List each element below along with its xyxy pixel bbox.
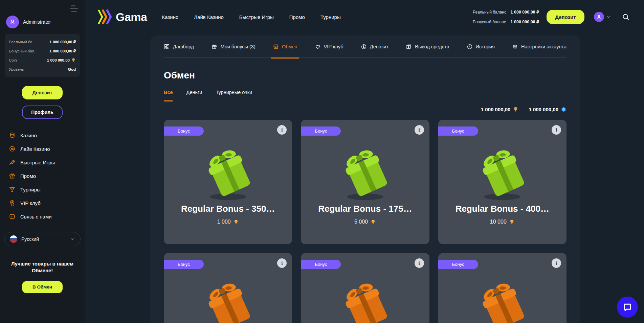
info-icon[interactable]: i [552, 258, 561, 268]
top-nav-tournaments[interactable]: Турниры [320, 14, 341, 20]
sidebar-item-label: VIP клуб [20, 200, 41, 206]
top-nav-fast-games[interactable]: Быстрые Игры [239, 14, 274, 20]
tab-account-settings[interactable]: Настройки аккаунта [512, 36, 567, 58]
gift-image [301, 137, 429, 202]
bonus-balance-label: Бонусный баланс [473, 20, 506, 24]
history-icon [467, 44, 473, 50]
russian-flag-icon [10, 235, 17, 243]
filter-money[interactable]: Деньги [186, 90, 202, 101]
bonus-badge: Бонус [164, 260, 204, 269]
wallet-coin-balance: 1 000 000,00 [481, 107, 519, 112]
bonus-card[interactable]: Бонус i Regular Bonus - 400… 10 000 [438, 120, 567, 244]
filter-all[interactable]: Все [164, 90, 173, 101]
real-balance-row: Реальный баланс 1 000 000,00 ₽ [473, 8, 539, 16]
bonus-card[interactable]: Бонус i [301, 253, 429, 323]
balance-label: Уровень [9, 67, 24, 71]
sidebar-item-live-casino[interactable]: Лайв Казино [0, 142, 85, 156]
balance-label: Coin [9, 58, 17, 62]
filter-tournament-points[interactable]: Турнирные очки [216, 90, 252, 101]
user-name: Administrator [23, 19, 51, 25]
balance-label: Реальный ба... [9, 40, 36, 44]
sidebar-item-label: Быстрые Игры [20, 160, 55, 165]
tab-history[interactable]: История [467, 36, 495, 58]
heart-icon [315, 44, 321, 50]
sidebar-deposit-button[interactable]: Депозит [22, 86, 63, 99]
brand-name: Gama [116, 10, 147, 24]
bonus-title: Regular Bonus - 350… [164, 204, 292, 214]
top-nav-casino[interactable]: Казино [162, 14, 179, 20]
bonus-badge: Бонус [301, 126, 341, 136]
gift-image [301, 271, 429, 323]
sidebar-item-contact[interactable]: Связь с нами [0, 210, 85, 223]
gift-image [438, 271, 567, 323]
info-icon[interactable]: i [277, 258, 287, 268]
bonus-card[interactable]: Бонус i Regular Bonus - 350… 1 000 [164, 120, 292, 244]
tab-label: Депозит [370, 44, 388, 49]
tab-exchange[interactable]: Обмен [273, 36, 297, 58]
balance-row-coin: Coin 1 000 000,00 [9, 55, 76, 65]
dashboard-icon [164, 44, 170, 50]
tab-deposit[interactable]: Депозит [361, 36, 388, 58]
shop-filters: Все Деньги Турнирные очки [164, 90, 567, 101]
coin-icon [361, 44, 367, 50]
tab-dashboard[interactable]: Дашборд [164, 36, 194, 58]
sidebar-nav: Казино Лайв Казино Быстрые Игры Промо [0, 129, 85, 223]
sidebar-item-casino[interactable]: Казино [0, 129, 85, 142]
main-area: Gama Казино Лайв Казино Быстрые Игры Про… [85, 0, 644, 323]
bonus-title: Regular Bonus - 400… [438, 204, 567, 214]
balance-divider [473, 17, 539, 17]
tab-label: Дашборд [173, 44, 194, 49]
bonus-card[interactable]: Бонус i [438, 253, 567, 323]
top-nav-live-casino[interactable]: Лайв Казино [194, 14, 224, 20]
wallet-row: 1 000 000,00 1 000 000,00 [164, 107, 567, 112]
to-shop-button[interactable]: В Обмен [22, 281, 63, 293]
fast-games-icon [9, 159, 16, 166]
bonus-badge: Бонус [301, 260, 341, 269]
gem-blue-icon [561, 107, 567, 112]
header-balances: Реальный баланс 1 000 000,00 ₽ Бонусный … [473, 8, 539, 26]
sidebar-item-vip[interactable]: VIP клуб [0, 196, 85, 210]
tournaments-icon [9, 186, 16, 193]
tab-label: Мои бонусы (3) [220, 44, 255, 49]
bonus-card[interactable]: Бонус i Regular Bonus - 175… 5 000 [301, 120, 429, 244]
tab-vip-club[interactable]: VIP клуб [315, 36, 343, 58]
hamburger-menu-icon[interactable] [69, 5, 79, 14]
tab-my-bonuses[interactable]: Мои бонусы (3) [211, 36, 255, 58]
shop-icon [273, 44, 279, 50]
sidebar-item-label: Лайв Казино [20, 146, 50, 152]
bonus-badge: Бонус [164, 126, 204, 136]
chevron-down-icon [70, 237, 75, 241]
info-icon[interactable]: i [552, 125, 561, 135]
sidebar-item-fast-games[interactable]: Быстрые Игры [0, 156, 85, 169]
live-casino-icon [9, 145, 16, 152]
top-nav-promo[interactable]: Промо [289, 14, 305, 20]
gem-orange-icon [370, 219, 376, 225]
sidebar-item-promo[interactable]: Промо [0, 169, 85, 183]
sidebar-item-tournaments[interactable]: Турниры [0, 183, 85, 196]
chat-bubble-icon [622, 302, 632, 312]
language-selector[interactable]: Русский [4, 232, 81, 246]
avatar [594, 12, 604, 22]
account-menu[interactable] [594, 12, 611, 22]
bonus-price: 1 000 [164, 219, 292, 225]
sidebar-profile-button[interactable]: Профиль [22, 106, 63, 119]
brand-logo[interactable]: Gama [97, 9, 147, 25]
sidebar-promo-text: Лучшие товары в нашем Обмене! [5, 260, 80, 274]
sidebar-item-label: Промо [20, 173, 36, 179]
info-icon[interactable]: i [277, 125, 287, 135]
search-icon[interactable] [622, 13, 630, 21]
bonus-balance-row: Бонусный баланс 1 000 000,00 ₽ [473, 18, 539, 26]
info-icon[interactable]: i [415, 125, 424, 135]
chat-widget-button[interactable] [617, 297, 638, 318]
gift-image [164, 271, 292, 323]
top-nav: Казино Лайв Казино Быстрые Игры Промо Ту… [162, 14, 341, 20]
sidebar-user[interactable]: Administrator [6, 16, 85, 28]
promo-icon [9, 172, 16, 179]
header-deposit-button[interactable]: Депозит [547, 10, 584, 24]
vip-icon [9, 200, 16, 206]
balance-value: 1 000 000,00 ₽ [49, 49, 76, 53]
tab-withdraw[interactable]: Вывод средств [406, 36, 449, 58]
bonus-card[interactable]: Бонус i [164, 253, 292, 323]
bonus-price: 5 000 [301, 219, 429, 225]
info-icon[interactable]: i [415, 258, 424, 268]
